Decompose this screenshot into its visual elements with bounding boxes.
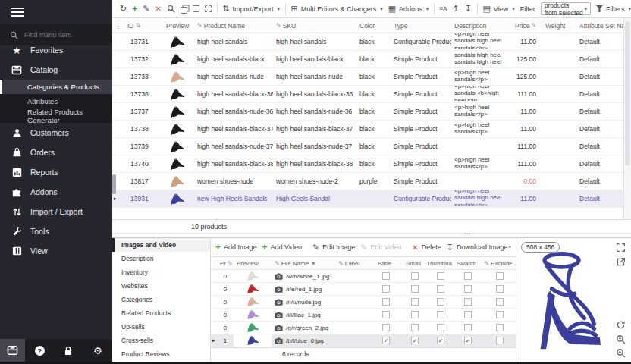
image-row[interactable]: 0 /w/h/white_1.jpg [211, 270, 516, 283]
column-header[interactable]: ✎File Name▼ [272, 260, 335, 267]
sidebar-item-catalog[interactable]: Catalog [0, 60, 112, 80]
product-row[interactable]: 13733 high heel sandals-nudehigh heel sa… [112, 68, 623, 86]
checkbox[interactable] [437, 272, 444, 280]
image-row[interactable]: 0 /r/e/red_1.jpg [211, 283, 516, 296]
copy-button[interactable] [181, 5, 187, 14]
checkbox[interactable] [411, 324, 419, 331]
select-button[interactable] [193, 5, 199, 12]
checkbox[interactable] [437, 324, 444, 331]
addons-dropdown[interactable]: ▦ Addons▾ [388, 4, 429, 14]
checkbox[interactable] [411, 285, 419, 293]
tab-categories[interactable]: Categories [112, 293, 210, 306]
image-row[interactable]: 0 /l/i/lilac_1.jpg [211, 309, 516, 322]
column-header[interactable]: Description [451, 22, 512, 30]
delete-button[interactable]: ✕Delete [412, 243, 441, 252]
column-header[interactable]: Thumbna [426, 260, 452, 267]
checkbox[interactable] [382, 324, 390, 331]
checkbox[interactable]: ✓ [464, 337, 472, 344]
product-row[interactable]: 13739 high heel sandals-nude-37high heel… [112, 138, 623, 155]
tab-websites[interactable]: Websites [112, 279, 210, 293]
checkbox[interactable]: ✓ [382, 337, 390, 344]
font-size-button[interactable]: ≡A [440, 5, 447, 12]
checkbox[interactable] [437, 285, 444, 293]
tab-description[interactable]: Description [112, 252, 210, 265]
checkbox[interactable] [382, 285, 390, 293]
column-header[interactable]: Preview [234, 260, 272, 267]
column-header[interactable]: ✎SKU [273, 22, 356, 30]
select-cells-button[interactable] [205, 5, 212, 12]
zoom-in-button[interactable] [616, 348, 626, 359]
tab-related-products[interactable]: Related Products [112, 306, 210, 320]
edit-video-button[interactable]: ✎Edit Video [360, 243, 401, 253]
column-header[interactable]: Type [391, 22, 451, 30]
sidebar-item-customers[interactable]: Customers [0, 123, 112, 143]
checkbox[interactable] [496, 311, 504, 318]
add-video-button[interactable]: +Add Video [262, 242, 302, 253]
product-row[interactable]: 13740 high heel sandals-black-38high hee… [112, 155, 623, 173]
column-header[interactable]: Price✎ [512, 22, 542, 30]
products-scrollbar[interactable] [623, 18, 631, 219]
tab-product-reviews[interactable]: Product Reviews [112, 347, 210, 361]
refresh-button[interactable]: ↻ [120, 4, 127, 14]
search-button[interactable] [167, 5, 175, 13]
checkbox[interactable] [496, 272, 504, 280]
store-button[interactable] [0, 339, 25, 362]
product-row[interactable]: ▸13931 new High Heels SandalsHigh Geels … [112, 190, 623, 208]
download-image-button[interactable]: ↧Download Image [447, 243, 508, 253]
checkbox[interactable] [464, 272, 472, 280]
row-height-decrease-button[interactable]: ↧ [465, 4, 472, 14]
sidebar-item-view[interactable]: View [0, 241, 112, 261]
multi-editors-dropdown[interactable]: ⊞ Multi Editors & Changers▾ [290, 4, 382, 14]
checkbox[interactable] [411, 272, 419, 280]
column-header[interactable]: Swatch [452, 260, 481, 267]
column-header[interactable]: ✎Product Name [194, 22, 273, 30]
settings-button[interactable]: ⚙ [83, 345, 112, 356]
rotate-button[interactable] [616, 320, 626, 331]
checkbox[interactable] [411, 298, 419, 306]
column-header[interactable]: Weight [542, 22, 576, 30]
sidebar-item-related-products-generator[interactable]: Related Products Generator [0, 108, 112, 123]
column-header[interactable]: ✎Label [335, 260, 369, 267]
column-header[interactable]: ✎Exclude [481, 260, 516, 267]
add-product-button[interactable]: + [132, 4, 137, 14]
fit-screen-button[interactable] [616, 243, 626, 253]
checkbox[interactable] [496, 337, 504, 344]
import-export-dropdown[interactable]: ⇅ Import/Export▾ [222, 4, 280, 14]
product-row[interactable]: 13737 high heel sandals-nude-36high heel… [112, 103, 623, 121]
filters-dropdown[interactable]: Filters▾ [596, 5, 631, 13]
column-header[interactable]: ID⇅ [124, 22, 161, 30]
edit-product-button[interactable]: ✎ [143, 4, 149, 14]
view-dropdown[interactable]: ▤ View▾ [482, 4, 514, 14]
menu-toggle-button[interactable] [11, 8, 24, 17]
checkbox[interactable] [382, 311, 390, 318]
toolbar-overflow-button[interactable]: ▾ [508, 244, 511, 250]
filter-select[interactable]: Show products from selected categories▾ [541, 2, 591, 15]
image-row[interactable]: 0 /n/u/nude.jpg [211, 296, 516, 309]
open-external-button[interactable] [616, 257, 626, 268]
checkbox[interactable]: ✓ [437, 337, 444, 344]
checkbox[interactable] [382, 272, 390, 280]
sidebar-item-orders[interactable]: Orders [0, 143, 112, 162]
tab-up-sells[interactable]: Up-sells [112, 320, 210, 334]
add-image-button[interactable]: +Add Image [215, 242, 257, 253]
checkbox[interactable] [496, 324, 504, 331]
help-button[interactable]: ? [25, 346, 54, 356]
tab-images-and-video[interactable]: Images and Video [112, 238, 210, 252]
column-header[interactable]: Pr✎ [217, 260, 234, 267]
checkbox[interactable] [382, 298, 390, 306]
checkbox[interactable] [464, 311, 472, 318]
checkbox[interactable]: ✓ [411, 337, 419, 344]
sidebar-item-import-export[interactable]: Import / Export [0, 202, 112, 221]
tab-inventory[interactable]: Inventory [112, 265, 210, 279]
checkbox[interactable] [464, 298, 472, 306]
image-row[interactable]: ▸ 1 /b/l/blue_6.jpg ✓✓✓✓ [211, 334, 516, 347]
lock-button[interactable] [54, 346, 83, 356]
column-header[interactable]: Preview [161, 22, 194, 30]
checkbox[interactable] [464, 324, 472, 331]
product-row[interactable]: 13732 high heel sandals-blackhigh heel s… [112, 51, 623, 68]
scrollbar-thumb[interactable] [625, 21, 630, 165]
sidebar-item-categories-products[interactable]: Categories & Products [0, 80, 112, 94]
product-row[interactable]: 13738 high heel sandals-black-37high hee… [112, 121, 623, 138]
zoom-out-button[interactable] [616, 334, 626, 345]
product-row[interactable]: 13731 high heel sandalshigh heel sandals… [112, 33, 623, 51]
